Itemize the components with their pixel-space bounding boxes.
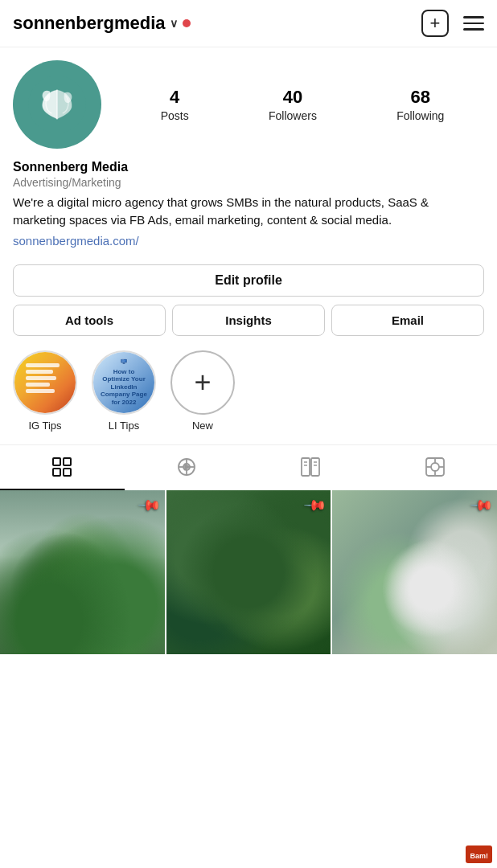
tab-tagged[interactable] [373,445,498,490]
plus-icon: + [194,368,211,397]
svg-rect-10 [64,458,71,465]
followers-count: 40 [283,87,302,108]
hamburger-line-2 [463,23,484,25]
highlight-new-label: New [192,420,213,432]
post-1[interactable]: 📌 [0,490,165,655]
hamburger-line-1 [463,16,484,18]
ig-line-2 [26,370,53,374]
pin-icon-3: 📌 [469,493,494,518]
li-tips-monitor-icon [101,358,146,365]
pin-icon-2: 📌 [303,493,328,518]
username-area: sonnenbergmedia ∨ [13,13,421,34]
svg-rect-9 [53,458,60,465]
ig-line-3 [26,376,56,380]
profile-name: Sonnenberg Media [13,160,484,174]
ig-line-4 [26,383,50,387]
following-label: Following [396,109,444,122]
hamburger-line-3 [463,28,484,31]
insights-button[interactable]: Insights [172,305,325,336]
chevron-down-icon[interactable]: ∨ [170,17,178,30]
post-2-inner: 📌 [166,490,331,655]
svg-rect-11 [53,469,60,476]
highlights-section: Bam! IG Tips [0,342,497,441]
pin-icon-1: 📌 [137,493,162,518]
action-buttons: Edit profile Ad tools Insights Email [0,255,497,342]
logo-icon [28,76,86,133]
highlight-ig-tips-circle: Bam! [13,350,77,415]
ig-line-5 [26,389,55,393]
svg-rect-7 [123,362,124,363]
username-text: sonnenbergmedia [13,13,165,34]
post-2[interactable]: 📌 [166,490,331,655]
menu-button[interactable] [463,16,484,31]
svg-point-27 [431,463,439,471]
following-count: 68 [411,87,430,108]
posts-count: 4 [170,87,179,108]
highlight-li-tips[interactable]: How to Optimize Your LinkedIn Company Pa… [92,350,156,432]
profile-link[interactable]: sonnenbergmedia.com/ [13,234,139,248]
email-button[interactable]: Email [331,305,484,336]
profile-top: 4 Posts 40 Followers 68 Following [13,60,484,149]
tab-bar [0,444,497,490]
ad-tools-button[interactable]: Ad tools [13,305,166,336]
tab-reels[interactable] [125,445,249,490]
tab-grid[interactable] [0,445,125,490]
secondary-buttons-row: Ad tools Insights Email [13,305,484,336]
followers-stat[interactable]: 40 Followers [269,87,317,122]
post-3[interactable]: 📌 [332,490,497,655]
highlight-new[interactable]: + New [170,350,235,432]
edit-profile-button[interactable]: Edit profile [13,264,484,297]
avatar[interactable] [13,60,101,149]
posts-grid: 📌 📌 📌 [0,490,497,655]
post-3-inner: 📌 [332,490,497,655]
highlight-new-circle: + [170,350,235,415]
highlight-li-tips-label: LI Tips [109,420,139,432]
ig-tips-image: Bam! [14,352,76,413]
profile-category: Advertising/Marketing [13,176,484,189]
profile-section: 4 Posts 40 Followers 68 Following Sonnen… [0,47,497,255]
avatar-circle [13,60,101,149]
svg-rect-21 [311,458,319,476]
svg-rect-12 [64,469,71,476]
profile-bio: We're a digital micro agency that grows … [13,194,484,229]
stats-row: 4 Posts 40 Followers 68 Following [121,87,484,122]
grid-icon [51,457,72,477]
header: sonnenbergmedia ∨ + [0,0,497,47]
ig-tips-lines [21,358,64,398]
posts-stat[interactable]: 4 Posts [161,87,189,122]
ig-line-1 [26,363,60,367]
highlight-ig-tips-label: IG Tips [28,420,61,432]
guides-icon [300,457,321,477]
li-tips-text: How to Optimize Your LinkedIn Company Pa… [100,368,148,407]
following-stat[interactable]: 68 Following [396,87,444,122]
followers-label: Followers [269,109,317,122]
tab-guides[interactable] [249,445,373,490]
live-dot-icon [183,19,191,27]
svg-rect-20 [302,458,310,476]
li-tips-image: How to Optimize Your LinkedIn Company Pa… [93,352,154,413]
header-icons: + [421,10,484,37]
highlight-li-tips-circle: How to Optimize Your LinkedIn Company Pa… [92,350,156,415]
add-post-button[interactable]: + [421,10,449,37]
reels-icon [176,457,197,477]
posts-label: Posts [161,109,189,122]
post-1-inner: 📌 [0,490,165,655]
tagged-icon [425,457,446,477]
highlight-ig-tips[interactable]: Bam! IG Tips [13,350,77,432]
